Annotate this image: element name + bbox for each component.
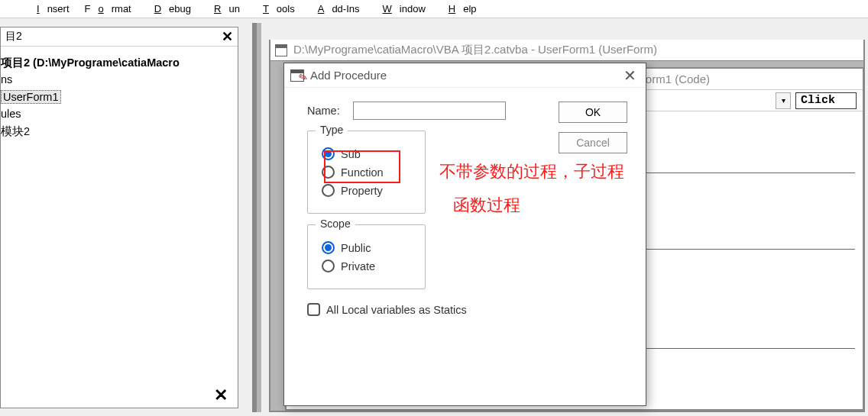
menu-bar: Insert Format Debug Run Tools Add-Ins Wi…	[0, 0, 868, 18]
project-tree[interactable]: 项目2 (D:\MyPrograme\catiaMacro ns UserFor…	[1, 47, 238, 140]
menu-debug[interactable]: Debug	[139, 2, 199, 16]
checkbox-icon	[307, 303, 320, 316]
dialog-close-button[interactable]: ✕	[623, 68, 636, 83]
menu-addins[interactable]: Add-Ins	[303, 2, 368, 16]
project-panel-close-button[interactable]: ✕	[222, 28, 233, 45]
menu-window[interactable]: Window	[368, 2, 433, 16]
project-explorer-panel: 目2 ✕ 项目2 (D:\MyPrograme\catiaMacro ns Us…	[0, 27, 238, 408]
menu-help[interactable]: Help	[433, 2, 484, 16]
tree-item[interactable]: 模块2	[1, 123, 238, 140]
procedure-dropdown[interactable]: Click	[795, 92, 857, 109]
menu-tools[interactable]: Tools	[248, 2, 303, 16]
tree-item[interactable]: ules	[1, 105, 238, 122]
menu-run[interactable]: Run	[199, 2, 248, 16]
name-input[interactable]	[353, 102, 506, 120]
radio-public[interactable]: Public	[322, 241, 414, 254]
form-icon	[275, 44, 287, 56]
dialog-title: Add Procedure	[310, 69, 387, 82]
project-panel-titlebar: 目2 ✕	[1, 27, 238, 47]
panel-bottom-close-icon[interactable]: ✕	[214, 385, 228, 405]
dialog-titlebar[interactable]: Add Procedure ✕	[284, 63, 646, 88]
window-title: erForm1 (Code)	[628, 73, 863, 85]
dropdown-arrow-icon[interactable]: ▾	[776, 92, 791, 109]
menu-insert[interactable]: Insert	[21, 2, 77, 16]
project-panel-title-text: 目2	[5, 30, 22, 44]
dialog-icon	[290, 69, 304, 82]
window-title: D:\MyPrograme\catiaMacro\VBA 项目2.catvba …	[293, 43, 657, 57]
radio-private[interactable]: Private	[322, 260, 414, 272]
radio-icon	[322, 260, 335, 272]
radio-property[interactable]: Property	[322, 184, 414, 197]
scope-group: Scope Public Private	[307, 224, 426, 289]
type-group: Type Sub Function Property	[307, 131, 426, 214]
cancel-button[interactable]: Cancel	[559, 132, 627, 153]
radio-icon	[322, 241, 335, 254]
radio-icon	[322, 166, 335, 179]
radio-function[interactable]: Function	[322, 166, 414, 179]
scope-legend: Scope	[316, 218, 355, 230]
add-procedure-dialog: Add Procedure ✕ Name: OK Cancel Type Sub…	[283, 63, 646, 406]
ok-button[interactable]: OK	[559, 102, 627, 123]
radio-icon	[322, 184, 335, 197]
type-legend: Type	[316, 124, 348, 136]
tree-item[interactable]: ns	[1, 71, 238, 88]
mdi-border	[257, 23, 261, 412]
name-label: Name:	[307, 105, 345, 117]
statics-checkbox-row[interactable]: All Local variables as Statics	[307, 303, 627, 316]
radio-icon	[322, 147, 335, 160]
menu-format[interactable]: Format	[77, 2, 139, 16]
project-root-node[interactable]: 项目2 (D:\MyPrograme\catiaMacro	[1, 54, 238, 71]
window-titlebar[interactable]: D:\MyPrograme\catiaMacro\VBA 项目2.catvba …	[270, 40, 863, 61]
tree-item-userform1[interactable]: UserForm1	[1, 89, 238, 105]
radio-sub[interactable]: Sub	[322, 147, 414, 160]
